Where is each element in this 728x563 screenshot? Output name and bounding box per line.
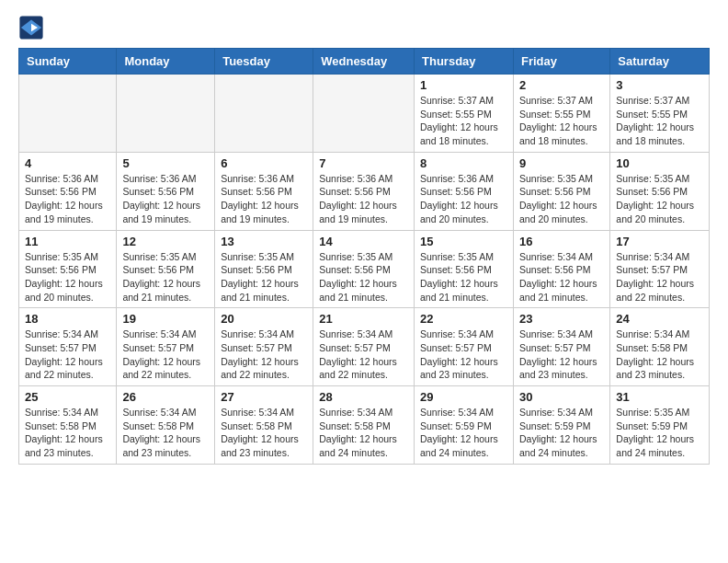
calendar-week-row: 11Sunrise: 5:35 AM Sunset: 5:56 PM Dayli… (19, 230, 710, 308)
day-info: Sunrise: 5:34 AM Sunset: 5:58 PM Dayligh… (319, 406, 408, 460)
calendar-cell: 24Sunrise: 5:34 AM Sunset: 5:58 PM Dayli… (610, 308, 710, 386)
day-info: Sunrise: 5:34 AM Sunset: 5:57 PM Dayligh… (25, 327, 110, 382)
calendar-cell: 18Sunrise: 5:34 AM Sunset: 5:57 PM Dayli… (19, 308, 117, 386)
day-number: 5 (122, 156, 209, 170)
calendar-cell: 2Sunrise: 5:37 AM Sunset: 5:55 PM Daylig… (513, 75, 609, 153)
day-info: Sunrise: 5:35 AM Sunset: 5:56 PM Dayligh… (221, 250, 307, 304)
day-info: Sunrise: 5:36 AM Sunset: 5:56 PM Dayligh… (319, 172, 408, 226)
day-info: Sunrise: 5:36 AM Sunset: 5:56 PM Dayligh… (420, 172, 507, 226)
day-info: Sunrise: 5:34 AM Sunset: 5:58 PM Dayligh… (221, 406, 307, 460)
weekday-header-thursday: Thursday (415, 49, 514, 75)
day-number: 23 (519, 312, 604, 326)
day-number: 26 (122, 390, 209, 404)
calendar-cell: 5Sunrise: 5:36 AM Sunset: 5:56 PM Daylig… (117, 152, 215, 230)
weekday-header-wednesday: Wednesday (313, 49, 415, 75)
weekday-header-tuesday: Tuesday (215, 49, 313, 75)
calendar-cell (215, 75, 313, 153)
weekday-header-friday: Friday (513, 49, 609, 75)
day-number: 28 (319, 390, 408, 404)
calendar-cell: 21Sunrise: 5:34 AM Sunset: 5:57 PM Dayli… (313, 308, 415, 386)
calendar-cell: 11Sunrise: 5:35 AM Sunset: 5:56 PM Dayli… (19, 230, 117, 308)
calendar-cell: 6Sunrise: 5:36 AM Sunset: 5:56 PM Daylig… (215, 152, 313, 230)
day-number: 20 (221, 312, 307, 326)
day-info: Sunrise: 5:35 AM Sunset: 5:56 PM Dayligh… (319, 250, 408, 304)
day-number: 1 (420, 78, 507, 92)
day-number: 10 (616, 156, 703, 170)
day-info: Sunrise: 5:34 AM Sunset: 5:57 PM Dayligh… (616, 250, 703, 304)
day-info: Sunrise: 5:34 AM Sunset: 5:58 PM Dayligh… (25, 406, 110, 460)
day-info: Sunrise: 5:34 AM Sunset: 5:57 PM Dayligh… (519, 327, 604, 382)
calendar-cell: 22Sunrise: 5:34 AM Sunset: 5:57 PM Dayli… (415, 308, 514, 386)
calendar-cell: 7Sunrise: 5:36 AM Sunset: 5:56 PM Daylig… (313, 152, 415, 230)
day-number: 21 (319, 312, 408, 326)
calendar-cell: 3Sunrise: 5:37 AM Sunset: 5:55 PM Daylig… (610, 75, 710, 153)
day-info: Sunrise: 5:34 AM Sunset: 5:58 PM Dayligh… (122, 406, 209, 460)
calendar-cell: 28Sunrise: 5:34 AM Sunset: 5:58 PM Dayli… (313, 386, 415, 465)
day-info: Sunrise: 5:35 AM Sunset: 5:56 PM Dayligh… (122, 250, 209, 304)
day-number: 17 (616, 235, 703, 248)
day-number: 31 (616, 390, 703, 404)
calendar: SundayMondayTuesdayWednesdayThursdayFrid… (18, 48, 710, 465)
day-info: Sunrise: 5:34 AM Sunset: 5:59 PM Dayligh… (519, 406, 604, 460)
page: SundayMondayTuesdayWednesdayThursdayFrid… (0, 0, 728, 479)
day-info: Sunrise: 5:37 AM Sunset: 5:55 PM Dayligh… (519, 94, 604, 148)
day-number: 8 (420, 156, 507, 170)
day-info: Sunrise: 5:37 AM Sunset: 5:55 PM Dayligh… (420, 94, 507, 148)
calendar-cell: 25Sunrise: 5:34 AM Sunset: 5:58 PM Dayli… (19, 386, 117, 465)
calendar-cell: 31Sunrise: 5:35 AM Sunset: 5:59 PM Dayli… (610, 386, 710, 465)
day-number: 12 (122, 235, 209, 248)
day-info: Sunrise: 5:36 AM Sunset: 5:56 PM Dayligh… (122, 172, 209, 226)
day-number: 4 (25, 156, 110, 170)
calendar-cell: 8Sunrise: 5:36 AM Sunset: 5:56 PM Daylig… (415, 152, 514, 230)
header (18, 15, 710, 40)
day-number: 16 (519, 235, 604, 248)
day-info: Sunrise: 5:34 AM Sunset: 5:57 PM Dayligh… (319, 327, 408, 382)
day-info: Sunrise: 5:34 AM Sunset: 5:57 PM Dayligh… (420, 327, 507, 382)
day-info: Sunrise: 5:34 AM Sunset: 5:56 PM Dayligh… (519, 250, 604, 304)
calendar-cell: 12Sunrise: 5:35 AM Sunset: 5:56 PM Dayli… (117, 230, 215, 308)
day-info: Sunrise: 5:34 AM Sunset: 5:58 PM Dayligh… (616, 327, 703, 382)
day-number: 30 (519, 390, 604, 404)
day-number: 24 (616, 312, 703, 326)
day-info: Sunrise: 5:34 AM Sunset: 5:59 PM Dayligh… (420, 406, 507, 460)
day-number: 9 (519, 156, 604, 170)
day-info: Sunrise: 5:34 AM Sunset: 5:57 PM Dayligh… (122, 327, 209, 382)
day-number: 29 (420, 390, 507, 404)
calendar-week-row: 18Sunrise: 5:34 AM Sunset: 5:57 PM Dayli… (19, 308, 710, 386)
calendar-cell: 10Sunrise: 5:35 AM Sunset: 5:56 PM Dayli… (610, 152, 710, 230)
day-number: 13 (221, 235, 307, 248)
calendar-week-row: 25Sunrise: 5:34 AM Sunset: 5:58 PM Dayli… (19, 386, 710, 465)
day-info: Sunrise: 5:35 AM Sunset: 5:59 PM Dayligh… (616, 406, 703, 460)
day-number: 3 (616, 78, 703, 92)
calendar-cell: 19Sunrise: 5:34 AM Sunset: 5:57 PM Dayli… (117, 308, 215, 386)
day-info: Sunrise: 5:37 AM Sunset: 5:55 PM Dayligh… (616, 94, 703, 148)
weekday-header-row: SundayMondayTuesdayWednesdayThursdayFrid… (19, 49, 710, 75)
day-info: Sunrise: 5:35 AM Sunset: 5:56 PM Dayligh… (519, 172, 604, 226)
calendar-cell: 17Sunrise: 5:34 AM Sunset: 5:57 PM Dayli… (610, 230, 710, 308)
day-info: Sunrise: 5:35 AM Sunset: 5:56 PM Dayligh… (616, 172, 703, 226)
calendar-week-row: 4Sunrise: 5:36 AM Sunset: 5:56 PM Daylig… (19, 152, 710, 230)
weekday-header-sunday: Sunday (19, 49, 117, 75)
day-number: 7 (319, 156, 408, 170)
weekday-header-monday: Monday (117, 49, 215, 75)
calendar-cell: 27Sunrise: 5:34 AM Sunset: 5:58 PM Dayli… (215, 386, 313, 465)
day-number: 11 (25, 235, 110, 248)
day-info: Sunrise: 5:36 AM Sunset: 5:56 PM Dayligh… (25, 172, 110, 226)
calendar-cell (19, 75, 117, 153)
day-number: 25 (25, 390, 110, 404)
weekday-header-saturday: Saturday (610, 49, 710, 75)
calendar-cell: 14Sunrise: 5:35 AM Sunset: 5:56 PM Dayli… (313, 230, 415, 308)
logo-icon (18, 15, 44, 40)
logo (18, 15, 48, 40)
calendar-cell: 30Sunrise: 5:34 AM Sunset: 5:59 PM Dayli… (513, 386, 609, 465)
calendar-cell (313, 75, 415, 153)
calendar-cell: 13Sunrise: 5:35 AM Sunset: 5:56 PM Dayli… (215, 230, 313, 308)
day-number: 18 (25, 312, 110, 326)
calendar-cell: 9Sunrise: 5:35 AM Sunset: 5:56 PM Daylig… (513, 152, 609, 230)
calendar-cell: 4Sunrise: 5:36 AM Sunset: 5:56 PM Daylig… (19, 152, 117, 230)
day-number: 14 (319, 235, 408, 248)
calendar-cell: 16Sunrise: 5:34 AM Sunset: 5:56 PM Dayli… (513, 230, 609, 308)
calendar-cell: 20Sunrise: 5:34 AM Sunset: 5:57 PM Dayli… (215, 308, 313, 386)
calendar-cell: 15Sunrise: 5:35 AM Sunset: 5:56 PM Dayli… (415, 230, 514, 308)
calendar-cell: 26Sunrise: 5:34 AM Sunset: 5:58 PM Dayli… (117, 386, 215, 465)
